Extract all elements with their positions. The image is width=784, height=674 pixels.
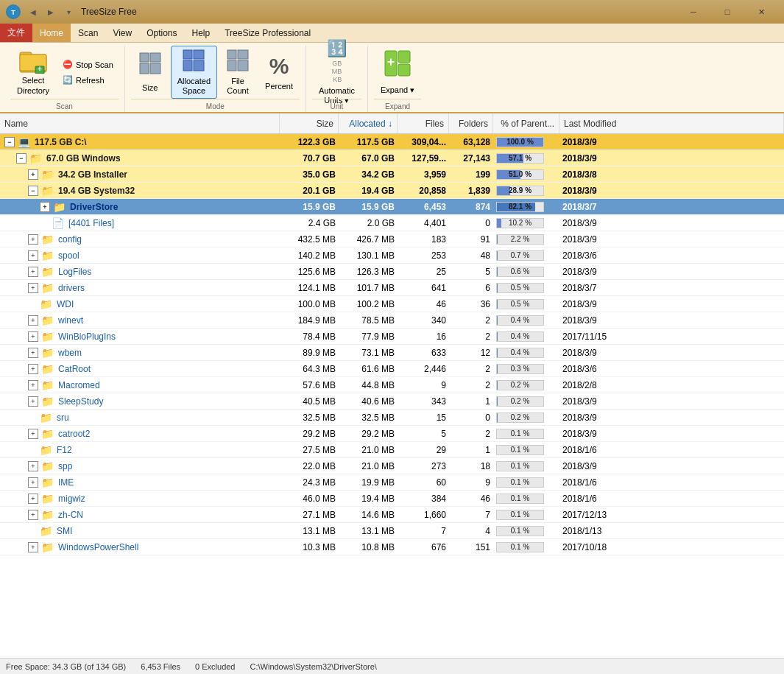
cell-allocated: 2.0 GB — [339, 215, 398, 231]
table-row[interactable]: +📁spool140.2 MB130.1 MB253480.7 %2018/3/… — [0, 248, 784, 264]
expand-toggle[interactable]: + — [28, 315, 38, 326]
col-header-files[interactable]: Files — [398, 113, 449, 133]
stop-scan-button[interactable]: ⛔ Stop Scan — [57, 57, 119, 71]
allocated-space-button[interactable]: AllocatedSpace — [171, 46, 217, 99]
pct-bar-cell: 10.2 % — [493, 218, 559, 228]
menu-item-pro[interactable]: TreeSize Professional — [217, 24, 318, 42]
nav-back-button[interactable]: ◀ — [25, 4, 41, 20]
table-row[interactable]: +📁config432.5 MB426.7 MB183912.2 %2018/3… — [0, 231, 784, 248]
expand-toggle[interactable]: + — [28, 477, 38, 488]
refresh-button[interactable]: 🔄 Refresh — [57, 73, 119, 87]
table-row[interactable]: +📁zh-CN27.1 MB14.6 MB1,66070.1 %2017/12/… — [0, 507, 784, 523]
nav-forward-button[interactable]: ▶ — [43, 4, 59, 20]
menu-item-help[interactable]: Help — [185, 24, 218, 42]
cell-folders: 36 — [449, 296, 493, 312]
table-row[interactable]: +📁Macromed57.6 MB44.8 MB920.2 %2018/2/8 — [0, 377, 784, 393]
expand-toggle[interactable]: + — [28, 380, 38, 390]
table-row[interactable]: +📁drivers124.1 MB101.7 MB64160.5 %2018/3… — [0, 280, 784, 296]
table-row[interactable]: 📁F1227.5 MB21.0 MB2910.1 %2018/1/6 — [0, 442, 784, 458]
cell-folders: 2 — [449, 426, 493, 441]
table-row[interactable]: +📁spp22.0 MB21.0 MB273180.1 %2018/3/9 — [0, 458, 784, 474]
tree-area[interactable]: −💻117.5 GB C:\122.3 GB117.5 GB309,04...6… — [0, 134, 784, 658]
table-row[interactable]: 📁WDI100.0 MB100.2 MB46360.5 %2018/3/9 — [0, 296, 784, 312]
expand-toggle[interactable]: + — [28, 267, 38, 277]
expand-toggle[interactable]: + — [28, 283, 38, 293]
col-header-size[interactable]: Size — [280, 113, 339, 133]
table-row[interactable]: +📁wbem89.9 MB73.1 MB633120.4 %2018/3/9 — [0, 345, 784, 361]
expand-toggle[interactable]: + — [28, 348, 38, 358]
cell-allocated: 426.7 MB — [339, 231, 398, 247]
col-header-folders[interactable]: Folders — [449, 113, 493, 133]
table-row[interactable]: +📁LogFiles125.6 MB126.3 MB2550.6 %2018/3… — [0, 264, 784, 280]
cell-size: 13.1 MB — [280, 523, 339, 538]
table-row[interactable]: +📁WindowsPowerShell10.3 MB10.8 MB6761510… — [0, 539, 784, 555]
table-row[interactable]: 📁SMI13.1 MB13.1 MB740.1 %2018/1/13 — [0, 523, 784, 539]
ribbon-group-scan: + SelectDirectory ⛔ Stop Scan 🔄 Refresh … — [4, 46, 125, 112]
col-header-pct[interactable]: % of Parent... — [493, 113, 559, 133]
table-row[interactable]: +📁winevt184.9 MB78.5 MB34020.4 %2018/3/9 — [0, 312, 784, 329]
expand-toggle[interactable]: + — [28, 250, 38, 261]
table-row[interactable]: +📁CatRoot64.3 MB61.6 MB2,44620.3 %2018/3… — [0, 361, 784, 377]
cell-allocated: 100.2 MB — [339, 296, 398, 312]
expand-toggle[interactable]: + — [28, 331, 38, 342]
expand-toggle[interactable]: − — [28, 186, 38, 196]
cell-modified: 2017/12/13 — [559, 507, 784, 522]
menu-item-home[interactable]: Home — [32, 24, 71, 42]
table-row[interactable]: +📁WinBioPlugIns78.4 MB77.9 MB1620.4 %201… — [0, 329, 784, 345]
expand-toggle[interactable]: + — [28, 542, 38, 552]
cell-folders: 874 — [449, 199, 493, 214]
expand-toggle[interactable]: + — [28, 234, 38, 245]
table-row[interactable]: −📁19.4 GB System3220.1 GB19.4 GB20,8581,… — [0, 183, 784, 199]
file-count-button[interactable]: FileCount — [219, 46, 257, 99]
cell-files: 384 — [398, 491, 449, 506]
cell-name: +📁winevt — [0, 312, 280, 328]
table-row[interactable]: +📁IME24.3 MB19.9 MB6090.1 %2018/1/6 — [0, 474, 784, 491]
nav-dropdown-button[interactable]: ▾ — [60, 4, 77, 20]
expand-toggle[interactable]: + — [28, 461, 38, 471]
restore-button[interactable]: □ — [710, 0, 744, 24]
close-button[interactable]: ✕ — [744, 0, 778, 24]
col-header-name[interactable]: Name — [0, 113, 280, 133]
cell-files: 16 — [398, 329, 449, 344]
size-mode-button[interactable]: Size — [131, 46, 169, 99]
cell-modified: 2018/3/9 — [559, 393, 784, 409]
expand-toggle[interactable]: + — [28, 429, 38, 439]
table-row[interactable]: 📄[4401 Files]2.4 GB2.0 GB4,401010.2 %201… — [0, 215, 784, 231]
menu-item-options[interactable]: Options — [139, 24, 184, 42]
expand-button[interactable]: + Expand ▾ — [374, 46, 421, 99]
table-row[interactable]: +📁migwiz46.0 MB19.4 MB384460.1 %2018/1/6 — [0, 491, 784, 507]
cell-folders: 91 — [449, 231, 493, 247]
expand-label: Expand ▾ — [381, 85, 414, 95]
percent-button[interactable]: % Percent — [258, 46, 300, 99]
table-row[interactable]: +📁catroot229.2 MB29.2 MB520.1 %2018/3/9 — [0, 426, 784, 442]
cell-files: 633 — [398, 345, 449, 360]
expand-toggle[interactable]: + — [28, 364, 38, 374]
cell-folders: 1 — [449, 442, 493, 457]
table-row[interactable]: −💻117.5 GB C:\122.3 GB117.5 GB309,04...6… — [0, 134, 784, 150]
menu-item-scan[interactable]: Scan — [71, 24, 105, 42]
auto-units-button[interactable]: 🔢 GBMBKB AutomaticUnits ▾ — [312, 46, 361, 99]
expand-toggle[interactable]: + — [28, 396, 38, 407]
minimize-button[interactable]: ─ — [677, 0, 710, 24]
expand-toggle[interactable]: + — [28, 494, 38, 504]
table-row[interactable]: −📁67.0 GB Windows70.7 GB67.0 GB127,59...… — [0, 150, 784, 166]
expand-toggle[interactable]: + — [28, 169, 38, 180]
table-row[interactable]: 📁sru32.5 MB32.5 MB1500.2 %2018/3/9 — [0, 410, 784, 426]
expand-toggle[interactable]: + — [40, 202, 50, 212]
menu-item-file[interactable]: 文件 — [0, 24, 32, 42]
cell-folders: 7 — [449, 507, 493, 522]
row-icon: 📁 — [41, 363, 54, 375]
cell-allocated: 19.9 MB — [339, 474, 398, 490]
table-row[interactable]: +📁SleepStudy40.5 MB40.6 MB34310.2 %2018/… — [0, 393, 784, 410]
col-header-allocated[interactable]: Allocated ↓ — [339, 113, 398, 133]
col-header-modified[interactable]: Last Modified — [559, 113, 784, 133]
select-directory-button[interactable]: + SelectDirectory — [10, 46, 56, 99]
menu-item-view[interactable]: View — [105, 24, 139, 42]
expand-toggle[interactable]: − — [4, 137, 15, 147]
cell-files: 4,401 — [398, 215, 449, 231]
expand-toggle[interactable]: − — [16, 153, 27, 164]
table-row[interactable]: +📁DriverStore15.9 GB15.9 GB6,45387482.1 … — [0, 199, 784, 215]
cell-files: 6,453 — [398, 199, 449, 214]
table-row[interactable]: +📁34.2 GB Installer35.0 GB34.2 GB3,95919… — [0, 166, 784, 183]
expand-toggle[interactable]: + — [28, 510, 38, 520]
